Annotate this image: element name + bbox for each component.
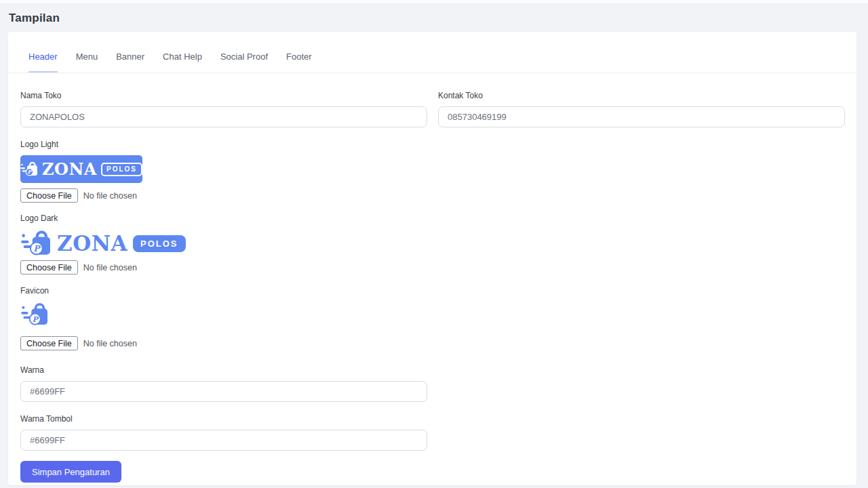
favicon-file-input[interactable]: Choose File No file chosen bbox=[20, 336, 427, 350]
tab-bar: Header Menu Banner Chat Help Social Proo… bbox=[8, 32, 856, 73]
tab-chat-help[interactable]: Chat Help bbox=[163, 52, 202, 73]
brand-wordmark: ZONA bbox=[42, 161, 97, 178]
tab-banner[interactable]: Banner bbox=[116, 52, 144, 73]
favicon-field: Favicon Choose File No file chosen bbox=[20, 286, 427, 350]
choose-file-button[interactable]: Choose File bbox=[20, 336, 78, 350]
tab-footer[interactable]: Footer bbox=[286, 52, 312, 73]
tab-social-proof[interactable]: Social Proof bbox=[220, 52, 268, 73]
kontak-toko-input[interactable] bbox=[438, 106, 845, 127]
tab-header[interactable]: Header bbox=[28, 52, 58, 73]
logo-light-label: Logo Light bbox=[20, 140, 427, 149]
shopping-bag-icon bbox=[20, 229, 52, 258]
logo-dark-preview: ZONA POLOS bbox=[20, 229, 427, 258]
favicon-label: Favicon bbox=[20, 286, 427, 296]
brand-badge: POLOS bbox=[133, 235, 186, 252]
logo-dark-field: Logo Dark ZONA POLOS Choose File No file… bbox=[20, 214, 427, 274]
logo-light-file-input[interactable]: Choose File No file chosen bbox=[20, 188, 427, 203]
logo-light-field: Logo Light ZONA POLOS Choose File No fil… bbox=[20, 140, 427, 203]
warna-label: Warna bbox=[20, 365, 427, 375]
logo-light-preview: ZONA POLOS bbox=[20, 155, 142, 183]
simpan-pengaturan-button[interactable]: Simpan Pengaturan bbox=[20, 461, 121, 483]
file-status-text: No file chosen bbox=[83, 191, 137, 201]
kontak-toko-field: Kontak Toko bbox=[438, 91, 845, 127]
warna-tombol-label: Warna Tombol bbox=[20, 414, 427, 424]
choose-file-button[interactable]: Choose File bbox=[20, 260, 78, 274]
shopping-bag-icon bbox=[20, 302, 49, 327]
brand-badge: POLOS bbox=[101, 163, 142, 176]
appearance-form: Nama Toko Kontak Toko Logo Light ZONA PO… bbox=[8, 73, 856, 483]
brand-wordmark: ZONA bbox=[57, 233, 127, 254]
tab-menu[interactable]: Menu bbox=[76, 52, 98, 73]
nama-toko-label: Nama Toko bbox=[20, 91, 427, 100]
top-bar-edge bbox=[0, 0, 868, 4]
page-title: Tampilan bbox=[9, 12, 868, 25]
warna-tombol-field: Warna Tombol bbox=[20, 414, 427, 451]
kontak-toko-label: Kontak Toko bbox=[438, 91, 845, 100]
warna-field: Warna bbox=[20, 365, 427, 402]
shopping-bag-icon bbox=[20, 159, 38, 180]
file-status-text: No file chosen bbox=[83, 263, 137, 272]
nama-toko-field: Nama Toko bbox=[20, 91, 427, 127]
nama-toko-input[interactable] bbox=[20, 106, 427, 127]
file-status-text: No file chosen bbox=[83, 339, 137, 348]
favicon-preview bbox=[20, 302, 427, 330]
warna-input[interactable] bbox=[20, 381, 427, 402]
settings-card: Header Menu Banner Chat Help Social Proo… bbox=[8, 32, 856, 485]
logo-dark-label: Logo Dark bbox=[20, 214, 427, 223]
logo-dark-file-input[interactable]: Choose File No file chosen bbox=[20, 260, 427, 274]
warna-tombol-input[interactable] bbox=[20, 430, 427, 451]
choose-file-button[interactable]: Choose File bbox=[20, 188, 78, 203]
